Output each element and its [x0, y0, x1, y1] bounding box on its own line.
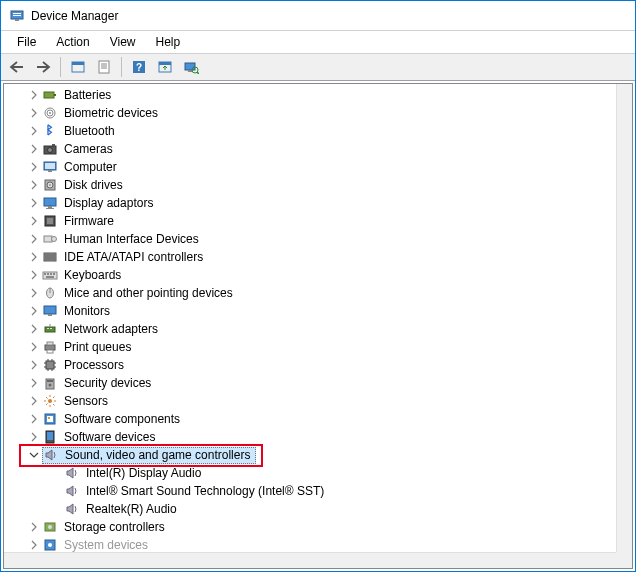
tree-item[interactable]: Sound, video and game controllers — [4, 446, 616, 464]
chevron-right-icon[interactable] — [26, 249, 42, 265]
tree-item[interactable]: Storage controllers — [4, 518, 616, 536]
tree-item[interactable]: Firmware — [4, 212, 616, 230]
menu-view[interactable]: View — [100, 33, 146, 51]
svg-rect-57 — [45, 345, 55, 350]
back-button[interactable] — [5, 56, 29, 78]
svg-rect-75 — [48, 417, 50, 419]
sensor-icon — [42, 393, 58, 409]
tree-item[interactable]: Intel® Smart Sound Technology (Intel® SS… — [4, 482, 616, 500]
chevron-right-icon[interactable] — [26, 105, 42, 121]
tree-item-label: IDE ATA/ATAPI controllers — [62, 250, 205, 264]
chevron-right-icon[interactable] — [26, 429, 42, 445]
sound-icon — [64, 465, 80, 481]
tree-item[interactable]: Software devices — [4, 428, 616, 446]
tree-item-label: Keyboards — [62, 268, 123, 282]
svg-rect-3 — [15, 19, 19, 21]
svg-rect-13 — [159, 62, 171, 65]
chevron-right-icon[interactable] — [26, 393, 42, 409]
tree-item[interactable]: Software components — [4, 410, 616, 428]
window-title: Device Manager — [31, 9, 118, 23]
tree-item[interactable]: Batteries — [4, 86, 616, 104]
update-driver-button[interactable] — [153, 56, 177, 78]
tree-item[interactable]: Disk drives — [4, 176, 616, 194]
tree-item[interactable]: System devices — [4, 536, 616, 552]
svg-rect-52 — [48, 314, 52, 316]
chevron-right-icon[interactable] — [26, 411, 42, 427]
chevron-right-icon[interactable] — [26, 321, 42, 337]
tree-item[interactable]: Computer — [4, 158, 616, 176]
tree-item[interactable]: Human Interface Devices — [4, 230, 616, 248]
tree-item-label: System devices — [62, 538, 150, 552]
svg-line-17 — [197, 72, 199, 74]
tree-item[interactable]: IDE ATA/ATAPI controllers — [4, 248, 616, 266]
tree-item-label: Firmware — [62, 214, 116, 228]
tree-item[interactable]: Realtek(R) Audio — [4, 500, 616, 518]
horizontal-scrollbar[interactable] — [4, 552, 616, 568]
chevron-right-icon[interactable] — [26, 123, 42, 139]
properties-button[interactable] — [92, 56, 116, 78]
svg-rect-70 — [47, 380, 53, 382]
svg-rect-32 — [44, 198, 56, 206]
svg-rect-19 — [54, 94, 56, 96]
content-area: BatteriesBiometric devicesBluetoothCamer… — [3, 83, 633, 569]
tree-item[interactable]: Cameras — [4, 140, 616, 158]
chevron-right-icon[interactable] — [26, 195, 42, 211]
chevron-right-icon[interactable] — [26, 339, 42, 355]
chevron-right-icon[interactable] — [26, 87, 42, 103]
tree-item[interactable]: Sensors — [4, 392, 616, 410]
forward-button[interactable] — [31, 56, 55, 78]
vertical-scrollbar[interactable] — [616, 84, 632, 552]
chevron-right-icon[interactable] — [26, 303, 42, 319]
chevron-down-icon[interactable] — [26, 447, 42, 463]
chevron-right-icon[interactable] — [26, 231, 42, 247]
show-hidden-button[interactable] — [66, 56, 90, 78]
computer-icon — [42, 159, 58, 175]
help-button[interactable]: ? — [127, 56, 151, 78]
tree-item-label: Intel® Smart Sound Technology (Intel® SS… — [84, 484, 326, 498]
chevron-right-icon[interactable] — [26, 537, 42, 552]
device-tree[interactable]: BatteriesBiometric devicesBluetoothCamer… — [4, 84, 616, 552]
svg-rect-46 — [50, 273, 52, 275]
tree-item[interactable]: Display adaptors — [4, 194, 616, 212]
cpu-icon — [42, 357, 58, 373]
menu-action[interactable]: Action — [46, 33, 99, 51]
chevron-right-icon[interactable] — [26, 141, 42, 157]
chevron-right-icon[interactable] — [26, 213, 42, 229]
chevron-right-icon[interactable] — [26, 357, 42, 373]
tree-item[interactable]: Bluetooth — [4, 122, 616, 140]
chevron-right-icon[interactable] — [26, 285, 42, 301]
tree-item[interactable]: Keyboards — [4, 266, 616, 284]
tree-item[interactable]: Network adapters — [4, 320, 616, 338]
camera-icon — [42, 141, 58, 157]
tree-item[interactable]: Print queues — [4, 338, 616, 356]
tree-item[interactable]: Monitors — [4, 302, 616, 320]
chevron-right-icon[interactable] — [26, 375, 42, 391]
chevron-right-icon[interactable] — [26, 177, 42, 193]
tree-item-label: Sensors — [62, 394, 110, 408]
svg-rect-53 — [45, 327, 55, 332]
tree-item[interactable]: Mice and other pointing devices — [4, 284, 616, 302]
menu-help[interactable]: Help — [146, 33, 191, 51]
tree-item-label: Software devices — [62, 430, 157, 444]
tree-item[interactable]: Security devices — [4, 374, 616, 392]
tree-item-label: Human Interface Devices — [62, 232, 201, 246]
toolbar-separator — [121, 57, 122, 77]
printer-icon — [42, 339, 58, 355]
chevron-right-icon[interactable] — [26, 267, 42, 283]
svg-point-72 — [48, 399, 52, 403]
menu-file[interactable]: File — [7, 33, 46, 51]
swdev-icon — [42, 429, 58, 445]
svg-rect-1 — [13, 13, 21, 14]
tree-item[interactable]: Intel(R) Display Audio — [4, 464, 616, 482]
app-icon — [9, 8, 25, 24]
tree-item[interactable]: Processors — [4, 356, 616, 374]
svg-point-81 — [48, 543, 52, 547]
scan-hardware-button[interactable] — [179, 56, 203, 78]
tree-item-label: Cameras — [62, 142, 115, 156]
tree-item-label: Biometric devices — [62, 106, 160, 120]
tree-item[interactable]: Biometric devices — [4, 104, 616, 122]
chevron-right-icon[interactable] — [26, 159, 42, 175]
svg-rect-2 — [13, 15, 21, 16]
svg-rect-47 — [53, 273, 55, 275]
chevron-right-icon[interactable] — [26, 519, 42, 535]
